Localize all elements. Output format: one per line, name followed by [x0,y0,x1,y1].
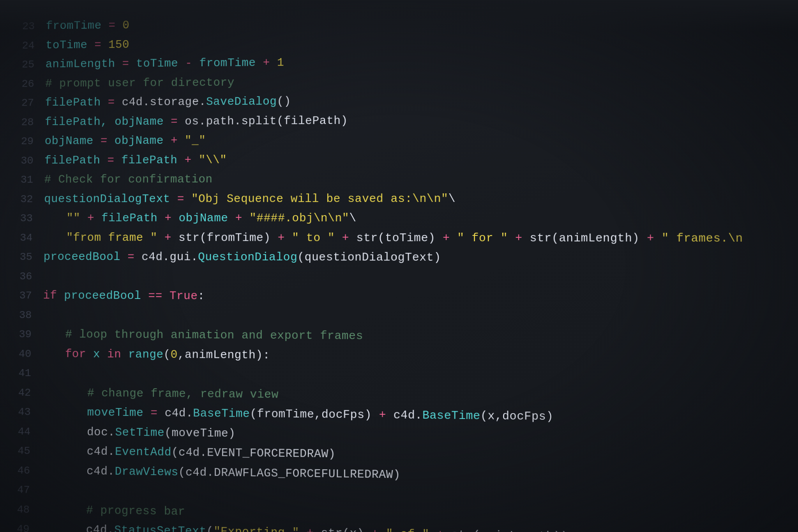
line-number: 24 [19,39,46,51]
line-content: animLength = toTime - fromTime + 1 [46,54,284,73]
code-line: 29objName = objName + "_" [18,129,798,151]
code-view: 23fromTime = 024toTime = 15025animLength… [7,0,798,532]
code-editor: 23fromTime = 024toTime = 15025animLength… [0,0,798,532]
code-line: 30filePath = filePath + "\\" [18,148,798,170]
line-content [41,481,48,499]
line-number: 28 [19,116,45,128]
code-line: 33"" + filePath + objName + "####.obj\n\… [18,209,798,228]
line-number: 43 [16,406,42,418]
line-number: 33 [18,212,44,224]
line-number: 49 [14,523,41,532]
line-number: 39 [16,328,43,340]
line-number: 26 [19,78,45,90]
line-content: # Check for confirmation [44,170,213,188]
line-number: 41 [16,367,42,379]
line-content: if proceedBool == True: [43,287,205,305]
line-content: filePath = c4d.storage.SaveDialog() [45,93,291,112]
line-number: 31 [18,174,44,186]
line-content: questionDialogText = "Obj Sequence will … [44,190,455,208]
code-line: 36 [17,267,798,288]
line-number: 35 [17,251,44,263]
line-number: 23 [20,20,46,32]
line-content: c4d.DrawViews(c4d.DRAWFLAGS_FORCEFULLRED… [41,461,401,484]
line-content: filePath = filePath + "\\" [44,151,227,170]
line-content: fromTime = 0 [46,16,130,35]
line-content: doc.SetTime(moveTime) [42,422,236,442]
line-number: 42 [16,387,42,399]
line-number: 46 [15,464,41,477]
line-content: for x in range(0,animLength): [42,345,270,364]
line-content: proceedBool = c4d.gui.QuestionDialog(que… [43,248,441,267]
line-content: # progress bar [41,501,185,521]
line-number: 27 [19,97,45,109]
line-number: 48 [14,504,41,516]
line-content [43,306,50,324]
code-line: 32questionDialogText = "Obj Sequence wil… [18,189,798,209]
line-number: 37 [17,290,43,302]
code-line: 35proceedBool = c4d.gui.QuestionDialog(q… [17,247,798,268]
line-number: 38 [17,309,43,321]
code-line: 34"from frame " + str(fromTime) + " to "… [18,228,798,249]
line-content: # change frame, redraw view [42,384,279,403]
line-content: filePath, objName = os.path.split(filePa… [45,112,348,131]
line-content: "from frame " + str(fromTime) + " to " +… [44,229,743,247]
code-line: 37if proceedBool == True: [17,286,798,308]
line-number: 29 [19,135,45,147]
line-number: 32 [18,193,44,205]
line-number: 44 [15,426,42,438]
code-line: 31# Check for confirmation [18,169,798,189]
line-number: 47 [15,484,41,497]
line-number: 25 [19,58,46,71]
line-content: "" + filePath + objName + "####.obj\n\n"… [44,209,356,227]
code-line: 28filePath, objName = os.path.split(file… [19,109,798,131]
line-number: 45 [15,445,42,457]
line-content: # prompt user for directory [45,74,235,92]
code-line: 27filePath = c4d.storage.SaveDialog() [19,89,798,112]
line-content: # loop through animation and export fram… [42,325,363,345]
line-content: toTime = 150 [46,36,129,54]
line-content [42,364,49,382]
line-number: 36 [17,270,44,283]
line-content [43,267,50,285]
line-number: 30 [18,155,44,166]
code-block: 23fromTime = 024toTime = 15025animLength… [5,0,798,532]
line-content: objName = objName + "_" [45,132,206,150]
line-number: 34 [18,232,44,243]
line-number: 40 [16,348,43,360]
line-content: c4d.EventAdd(c4d.EVENT_FORCEREDRAW) [41,442,335,463]
